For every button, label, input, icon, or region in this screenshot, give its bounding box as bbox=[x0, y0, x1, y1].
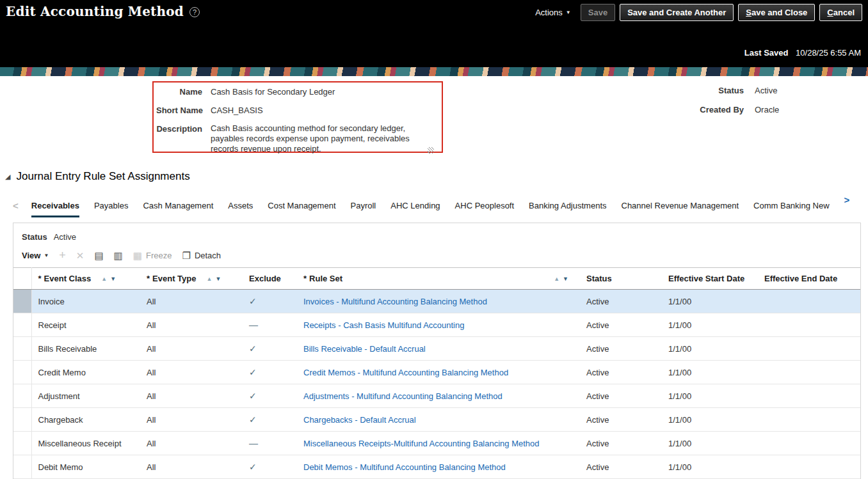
exclude-checkmark[interactable]: ✓ bbox=[249, 462, 257, 472]
row-selector[interactable] bbox=[13, 455, 31, 479]
delete-row-icon: ✕ bbox=[76, 251, 84, 260]
section-title: Journal Entry Rule Set Assignments bbox=[16, 170, 189, 183]
exclude-checkmark[interactable]: — bbox=[249, 438, 258, 448]
tab-banking-adjustments[interactable]: Banking Adjustments bbox=[529, 196, 606, 217]
annotation-box: Name Cash Basis for Secondary Ledger Sho… bbox=[152, 81, 443, 153]
column-header-event-class[interactable]: *Event Class▲▼ bbox=[31, 268, 140, 290]
row-selector[interactable] bbox=[13, 337, 31, 361]
tab-payroll[interactable]: Payroll bbox=[351, 196, 376, 217]
column-header-exclude[interactable]: Exclude bbox=[243, 268, 297, 290]
edit-accounting-method-page: Edit Accounting Method ? Actions ▼ Save … bbox=[0, 0, 868, 479]
chevron-down-icon: ▼ bbox=[566, 10, 571, 15]
table-row[interactable]: Miscellaneous Receipt All — Miscellaneou… bbox=[13, 432, 860, 455]
view-menu[interactable]: View ▼ bbox=[22, 251, 49, 260]
sort-descending-icon[interactable]: ▼ bbox=[215, 276, 221, 282]
column-header-rule-set[interactable]: *Rule Set▲▼ bbox=[297, 268, 580, 290]
tab-ahc-lending[interactable]: AHC Lending bbox=[390, 196, 440, 217]
panel-status-label: Status bbox=[22, 232, 47, 242]
rule-set-link[interactable]: Invoices - Multifund Accounting Balancin… bbox=[303, 297, 487, 306]
row-selector[interactable] bbox=[13, 408, 31, 432]
rule-set-link[interactable]: Receipts - Cash Basis Multifund Accounti… bbox=[303, 320, 464, 330]
sort-ascending-icon[interactable]: ▲ bbox=[554, 276, 559, 282]
short-name-label: Short Name bbox=[156, 105, 202, 116]
sort-ascending-icon[interactable]: ▲ bbox=[101, 276, 107, 282]
rule-set-link[interactable]: Adjustments - Multifund Accounting Balan… bbox=[303, 391, 502, 401]
column-header-effective-end-date[interactable]: Effective End Date bbox=[758, 268, 860, 290]
export-to-excel-icon[interactable]: ▤ bbox=[94, 251, 103, 260]
form-area: Name Cash Basis for Secondary Ledger Sho… bbox=[0, 76, 868, 165]
exclude-checkmark[interactable]: ✓ bbox=[249, 391, 257, 401]
query-by-example-icon[interactable]: ▥ bbox=[114, 251, 123, 260]
rule-set-link[interactable]: Miscellaneous Receipts-Multifund Account… bbox=[303, 439, 540, 448]
resize-handle-icon[interactable] bbox=[428, 147, 434, 153]
detach-label: Detach bbox=[195, 251, 221, 260]
actions-menu[interactable]: Actions ▼ bbox=[535, 8, 571, 17]
cancel-button[interactable]: Cancel bbox=[819, 4, 862, 21]
tab-payables[interactable]: Payables bbox=[94, 196, 128, 217]
section-header: ◢ Journal Entry Rule Set Assignments bbox=[0, 165, 868, 187]
tab-receivables[interactable]: Receivables bbox=[31, 196, 79, 217]
save-and-close-button[interactable]: Save and Close bbox=[738, 4, 815, 21]
page-header: Edit Accounting Method ? Actions ▼ Save … bbox=[0, 0, 868, 67]
table-row[interactable]: Debit Memo All ✓ Debit Memos - Multifund… bbox=[13, 455, 860, 479]
last-saved: Last Saved 10/28/25 6:55 AM bbox=[744, 48, 861, 58]
sort-descending-icon[interactable]: ▼ bbox=[563, 276, 568, 282]
status-value: Active bbox=[755, 85, 819, 97]
status-label: Status bbox=[666, 85, 744, 97]
sort-descending-icon[interactable]: ▼ bbox=[110, 276, 116, 282]
table-toolbar: View ▼ + ✕ ▤ ▥ ▦ Freeze ❐ Detach bbox=[13, 242, 860, 267]
collapse-triangle-icon[interactable]: ◢ bbox=[5, 173, 10, 181]
freeze-label: Freeze bbox=[146, 251, 172, 260]
page-title: Edit Accounting Method bbox=[6, 4, 184, 19]
sort-ascending-icon[interactable]: ▲ bbox=[206, 276, 212, 282]
required-asterisk: * bbox=[147, 274, 150, 283]
rule-set-link[interactable]: Bills Receivable - Default Accrual bbox=[303, 344, 426, 354]
panel-status-value: Active bbox=[54, 232, 76, 242]
exclude-checkmark[interactable]: ✓ bbox=[249, 296, 257, 306]
freeze-control: ▦ Freeze bbox=[133, 251, 172, 260]
rule-set-link[interactable]: Chargebacks - Default Accrual bbox=[303, 415, 416, 425]
exclude-checkmark[interactable]: ✓ bbox=[249, 414, 257, 425]
row-selector[interactable] bbox=[13, 361, 31, 384]
detach-control[interactable]: ❐ Detach bbox=[182, 251, 221, 260]
scroll-tabs-right-icon[interactable]: > bbox=[844, 191, 853, 212]
last-saved-label: Last Saved bbox=[744, 48, 789, 58]
exclude-checkmark[interactable]: ✓ bbox=[249, 367, 257, 377]
table-row[interactable]: Receipt All — Receipts - Cash Basis Mult… bbox=[13, 313, 860, 337]
save-button: Save bbox=[581, 4, 615, 21]
description-label: Description bbox=[156, 123, 202, 154]
header-actions: Actions ▼ Save Save and Create Another S… bbox=[535, 4, 862, 21]
table-row[interactable]: Adjustment All ✓ Adjustments - Multifund… bbox=[13, 384, 860, 408]
add-row-icon: + bbox=[59, 249, 66, 261]
exclude-checkmark[interactable]: — bbox=[249, 320, 258, 330]
column-header-status[interactable]: Status bbox=[580, 268, 662, 290]
column-header-effective-start-date[interactable]: Effective Start Date bbox=[662, 268, 758, 290]
rule-set-link[interactable]: Debit Memos - Multifund Accounting Balan… bbox=[303, 462, 506, 472]
tab-cash-management[interactable]: Cash Management bbox=[143, 196, 213, 217]
short-name-field: CASH_BASIS bbox=[211, 105, 436, 116]
tab-channel-revenue-management[interactable]: Channel Revenue Management bbox=[622, 196, 739, 217]
row-selector[interactable] bbox=[13, 432, 31, 455]
description-field[interactable]: Cash Basis accounting method for seconda… bbox=[211, 123, 436, 154]
column-header-event-type[interactable]: *Event Type▲▼ bbox=[140, 268, 243, 290]
table-row[interactable]: Bills Receivable All ✓ Bills Receivable … bbox=[13, 337, 860, 361]
tab-cost-management[interactable]: Cost Management bbox=[268, 196, 335, 217]
table-row[interactable]: Invoice All ✓ Invoices - Multifund Accou… bbox=[13, 290, 860, 313]
tab-comm-banking-new[interactable]: Comm Banking New bbox=[753, 196, 830, 217]
ledger-tab-bar: < Receivables Payables Cash Management A… bbox=[0, 187, 868, 217]
row-selector[interactable] bbox=[13, 313, 31, 337]
scroll-tabs-left-icon: < bbox=[13, 196, 21, 217]
table-row[interactable]: Credit Memo All ✓ Credit Memos - Multifu… bbox=[13, 361, 860, 384]
required-asterisk: * bbox=[303, 274, 307, 283]
panel-status: Status Active bbox=[13, 223, 860, 242]
tab-assets[interactable]: Assets bbox=[228, 196, 253, 217]
save-and-create-another-button[interactable]: Save and Create Another bbox=[620, 4, 734, 21]
exclude-checkmark[interactable]: ✓ bbox=[249, 343, 257, 354]
rule-set-link[interactable]: Credit Memos - Multifund Accounting Bala… bbox=[303, 368, 508, 377]
tab-ahc-peoplesoft[interactable]: AHC Peoplesoft bbox=[455, 196, 515, 217]
help-icon[interactable]: ? bbox=[189, 7, 200, 17]
row-selector[interactable] bbox=[13, 384, 31, 408]
decorative-banner bbox=[0, 67, 868, 76]
table-row[interactable]: Chargeback All ✓ Chargebacks - Default A… bbox=[13, 408, 860, 432]
row-selector[interactable] bbox=[13, 290, 31, 313]
